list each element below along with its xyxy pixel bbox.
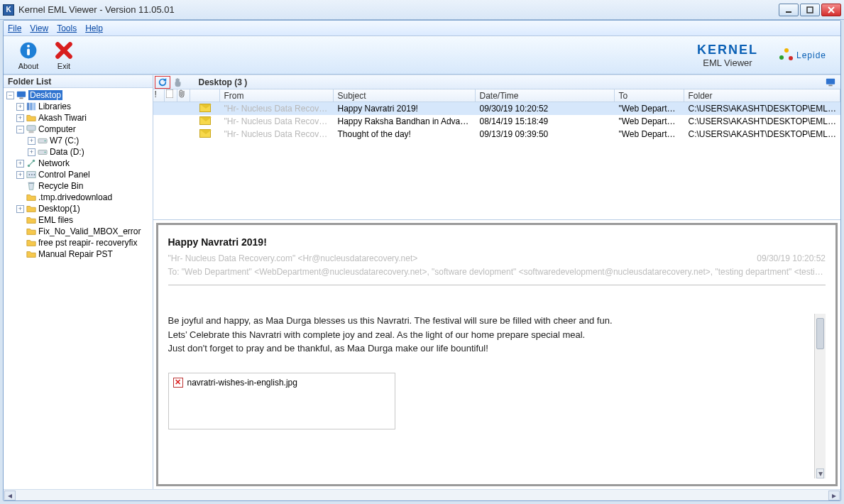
tree-network[interactable]: + Network	[16, 158, 151, 169]
computer-icon	[26, 124, 36, 134]
svg-rect-9	[17, 92, 26, 97]
preview-scrollbar[interactable]: ▾	[814, 314, 826, 478]
drive-icon	[38, 136, 48, 146]
cell-from: "Hr- Nucleus Data Recover…	[220, 116, 334, 127]
svg-point-25	[31, 174, 33, 175]
close-icon	[54, 40, 74, 60]
tree-label: Desktop(1)	[38, 204, 80, 214]
close-button[interactable]	[821, 4, 841, 16]
body-line: Lets’ Celebrate this Navratri with compl…	[168, 328, 813, 342]
scroll-down-icon[interactable]: ▾	[816, 469, 824, 478]
content-area: Desktop (3 ) ! From Subject Date/Time To…	[153, 75, 841, 489]
folder-icon	[26, 192, 36, 202]
tree-freepst[interactable]: free pst reapir- recoveryfix	[16, 237, 151, 248]
libraries-icon	[26, 102, 36, 111]
tree-desktop1[interactable]: + Desktop(1)	[16, 203, 151, 214]
folder-tree[interactable]: − Desktop + Libraries + Akash Tiwari − C…	[4, 88, 153, 489]
list-header-bar: Desktop (3 )	[153, 75, 841, 89]
expand-icon[interactable]: +	[28, 148, 35, 156]
col-clip[interactable]	[177, 89, 190, 102]
col-subject[interactable]: Subject	[334, 89, 476, 102]
svg-point-26	[34, 174, 35, 175]
tree-libraries[interactable]: + Libraries	[16, 101, 151, 112]
expand-icon[interactable]: +	[16, 114, 24, 122]
monitor-icon[interactable]	[825, 77, 836, 87]
col-envelope[interactable]	[190, 89, 220, 102]
expand-icon[interactable]: +	[16, 103, 24, 111]
envelope-icon	[199, 104, 211, 112]
tree-desktop[interactable]: − Desktop	[6, 89, 151, 101]
tree-recycle[interactable]: Recycle Bin	[16, 180, 151, 192]
user-folder-icon	[26, 113, 36, 123]
exit-button[interactable]: Exit	[46, 40, 82, 70]
cell-subject: Thought of the day!	[334, 128, 476, 140]
tree-tmpdl[interactable]: .tmp.drivedownload	[16, 192, 151, 203]
preview-from-row: "Hr- Nucleus Data Recovery.com" <Hr@nucl…	[168, 252, 826, 265]
svg-point-5	[27, 44, 30, 47]
brand-kernel-top: KERNEL	[697, 43, 758, 57]
tree-datad[interactable]: + Data (D:)	[28, 146, 151, 158]
minimize-button[interactable]	[779, 4, 799, 16]
col-from[interactable]: From	[220, 89, 334, 102]
menubar: File View Tools Help	[4, 21, 840, 36]
menu-view[interactable]: View	[30, 23, 48, 33]
refresh-button[interactable]	[155, 76, 170, 89]
info-icon	[18, 40, 38, 60]
col-datetime[interactable]: Date/Time	[476, 89, 615, 102]
collapse-icon[interactable]: −	[6, 92, 14, 99]
tree-label: Recycle Bin	[38, 181, 83, 191]
menu-file[interactable]: File	[8, 23, 21, 33]
broken-image-icon: ✕	[173, 378, 183, 388]
tree-w7[interactable]: + W7 (C:)	[28, 135, 151, 146]
tree-computer[interactable]: − Computer	[16, 124, 151, 135]
grid-row[interactable]: "Hr- Nucleus Data Recover… Happy Raksha …	[153, 115, 841, 128]
tree-fixmbox[interactable]: Fix_No_Valid_MBOX_error	[16, 226, 151, 237]
stop-button[interactable]	[170, 76, 186, 89]
horizontal-scrollbar[interactable]: ◂ ▸	[4, 489, 840, 500]
tree-emlfiles[interactable]: EML files	[16, 214, 151, 226]
brand-area: KERNEL EML Viewer Lepide	[697, 43, 833, 68]
tree-label: Desktop	[28, 90, 62, 100]
maximize-button[interactable]	[800, 4, 820, 16]
expand-icon[interactable]: +	[16, 160, 24, 168]
recycle-bin-icon	[26, 181, 36, 191]
brand-kernel-bottom: EML Viewer	[697, 57, 758, 68]
menu-tools[interactable]: Tools	[57, 23, 77, 33]
attachment-box[interactable]: ✕ navratri-wishes-in-english.jpg	[168, 373, 395, 429]
about-button[interactable]: About	[11, 40, 46, 70]
grid-header[interactable]: ! From Subject Date/Time To Folder	[153, 89, 841, 102]
expand-icon[interactable]: +	[16, 171, 24, 179]
tree-label: Data (D:)	[50, 147, 84, 157]
window-title: Kernel EML Viewer - Version 11.05.01	[18, 4, 175, 15]
col-importance[interactable]: !	[153, 89, 165, 102]
expand-icon[interactable]: +	[16, 205, 24, 213]
col-attachment[interactable]	[165, 89, 177, 102]
preview-body[interactable]: Be joyful and happy, as Maa Durga blesse…	[168, 314, 826, 478]
toolbar: About Exit KERNEL EML Viewer Lepide	[4, 36, 840, 75]
app-frame: File View Tools Help About Exit KERNEL E…	[3, 20, 841, 501]
tree-cpanel[interactable]: + Control Panel	[16, 169, 151, 180]
scroll-left-icon[interactable]: ◂	[4, 491, 16, 500]
tree-label: W7 (C:)	[50, 136, 79, 146]
tree-manualpst[interactable]: Manual Repair PST	[16, 248, 151, 260]
col-to[interactable]: To	[615, 89, 684, 102]
folder-icon	[26, 204, 36, 214]
expand-icon[interactable]: +	[28, 137, 35, 145]
tree-akash[interactable]: + Akash Tiwari	[16, 112, 151, 124]
message-preview: Happy Navratri 2019! "Hr- Nucleus Data R…	[156, 223, 838, 486]
grid-row[interactable]: "Hr- Nucleus Data Recover… Thought of th…	[153, 128, 841, 141]
page-icon	[166, 89, 173, 98]
cell-from: "Hr- Nucleus Data Recover…	[220, 103, 334, 114]
col-folder[interactable]: Folder	[684, 89, 841, 102]
svg-rect-28	[826, 78, 835, 84]
collapse-icon[interactable]: −	[16, 126, 24, 133]
current-folder-label: Desktop (3 )	[199, 77, 248, 87]
grid-row[interactable]: "Hr- Nucleus Data Recover… Happy Navratr…	[153, 102, 841, 115]
paperclip-icon	[179, 89, 186, 98]
scroll-right-icon[interactable]: ▸	[828, 491, 840, 500]
body-line: Be joyful and happy, as Maa Durga blesse…	[168, 314, 813, 328]
attachment-name: navratri-wishes-in-english.jpg	[187, 378, 297, 388]
tree-label: Network	[38, 158, 70, 168]
menu-help[interactable]: Help	[85, 23, 103, 33]
scrollbar-thumb[interactable]	[816, 318, 824, 349]
